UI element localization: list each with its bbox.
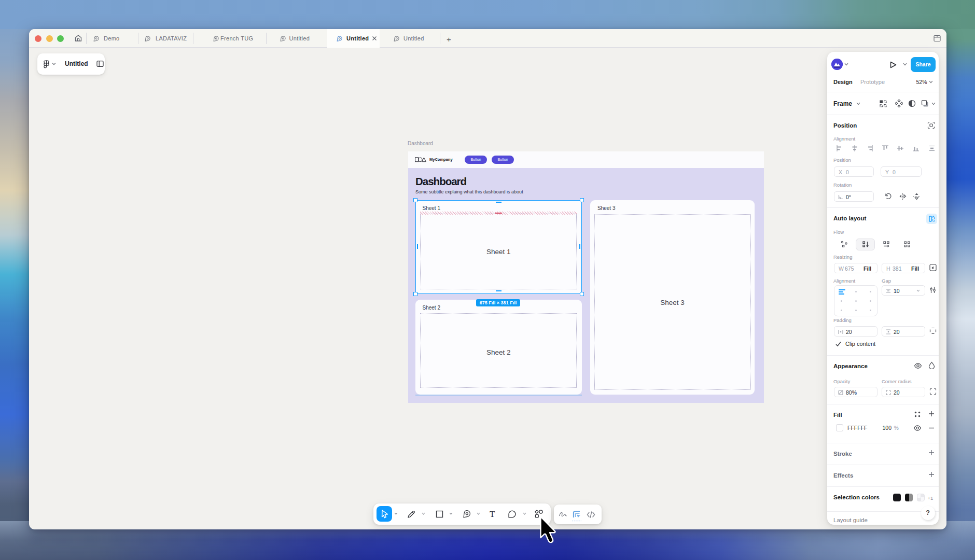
fill-color-swatch[interactable]	[836, 424, 843, 431]
padding-handle-right[interactable]	[579, 244, 580, 249]
x-position-input[interactable]: X 0	[834, 166, 874, 177]
remove-fill-icon[interactable]	[928, 427, 935, 429]
play-icon[interactable]	[889, 61, 897, 69]
align-dot[interactable]	[870, 310, 871, 311]
add-stroke-icon[interactable]	[928, 450, 935, 456]
eye-icon[interactable]	[913, 425, 922, 431]
dev-grid-icon[interactable]	[572, 510, 581, 519]
fill-hex-value[interactable]: FFFFFF	[847, 425, 867, 431]
chevron-down-icon[interactable]	[477, 512, 480, 515]
chevron-down-icon[interactable]	[422, 512, 425, 515]
align-dot[interactable]	[841, 300, 842, 302]
avatar[interactable]	[831, 59, 843, 70]
rectangle-tool-icon[interactable]	[436, 510, 443, 518]
rotation-input[interactable]: 0°	[834, 191, 874, 202]
input-value[interactable]: 381	[893, 265, 902, 272]
padding-handle-left[interactable]	[417, 244, 418, 249]
align-dot[interactable]	[855, 310, 857, 311]
move-tool-button-active[interactable]	[377, 506, 392, 522]
focus-target-icon[interactable]	[927, 121, 935, 129]
add-fill-icon[interactable]	[928, 411, 935, 417]
input-value[interactable]: Fill	[863, 265, 871, 272]
flow-vertical-icon[interactable]	[862, 241, 869, 248]
flow-freeform-icon[interactable]	[841, 241, 848, 248]
chevron-down-icon[interactable]	[931, 102, 936, 105]
chevron-down-icon[interactable]	[903, 63, 907, 66]
blend-droplet-icon[interactable]	[928, 361, 935, 369]
chevron-down-icon[interactable]	[856, 102, 860, 105]
styles-grid-icon[interactable]	[914, 411, 921, 418]
chevron-down-icon[interactable]	[844, 63, 848, 66]
chevron-down-icon[interactable]	[916, 289, 920, 292]
sidebar-toggle-icon[interactable]	[96, 60, 104, 67]
individual-corners-icon[interactable]	[929, 388, 937, 395]
checkmark-icon[interactable]	[835, 341, 842, 347]
code-icon[interactable]	[587, 511, 595, 518]
vertical-padding-input[interactable]: 20	[882, 326, 925, 337]
rotate-icon[interactable]	[884, 192, 892, 200]
gap-input[interactable]: 10	[882, 285, 925, 296]
padding-handle-bottom[interactable]	[496, 290, 502, 291]
individual-padding-icon[interactable]	[929, 327, 937, 334]
input-value[interactable]: 20	[846, 329, 852, 335]
frame-name-label[interactable]: Dashboard	[408, 141, 433, 146]
input-value[interactable]: 80%	[846, 389, 857, 396]
align-vertical-center-icon[interactable]	[897, 145, 904, 152]
file-menu-chip[interactable]: Untitled	[37, 53, 105, 75]
align-dot[interactable]	[870, 291, 871, 292]
fill-opacity-value[interactable]: 100	[883, 425, 892, 431]
help-button[interactable]: ?	[921, 506, 935, 520]
input-value[interactable]: 0	[893, 169, 896, 175]
align-dot[interactable]	[870, 300, 871, 302]
input-value[interactable]: 10	[894, 288, 900, 294]
figma-logo-icon[interactable]	[44, 60, 49, 68]
chevron-down-icon[interactable]	[929, 80, 933, 83]
resize-icon[interactable]	[929, 264, 937, 271]
flow-grid-icon[interactable]	[903, 241, 911, 248]
align-dot[interactable]	[841, 310, 842, 311]
header-button-2[interactable]: Button	[492, 156, 514, 164]
input-value[interactable]: 0	[846, 169, 849, 175]
selection-color-swatch-light[interactable]	[917, 494, 925, 501]
header-button-1[interactable]: Button	[465, 156, 487, 164]
tab-design[interactable]: Design	[833, 79, 853, 85]
sliders-icon[interactable]	[929, 286, 936, 293]
align-top-icon[interactable]	[882, 145, 889, 152]
align-dot[interactable]	[855, 300, 857, 302]
input-value[interactable]: 20	[894, 329, 900, 335]
input-value[interactable]: Fill	[911, 265, 919, 272]
eye-icon[interactable]	[914, 362, 922, 369]
align-horizontal-center-icon[interactable]	[851, 145, 858, 152]
frame-type-label[interactable]: Frame	[833, 100, 852, 107]
chevron-down-icon[interactable]	[523, 512, 526, 515]
horizontal-padding-input[interactable]: 20	[834, 326, 877, 337]
pen-tool-icon[interactable]	[462, 509, 471, 519]
add-effect-icon[interactable]	[928, 471, 935, 478]
zoom-level[interactable]: 52%	[916, 79, 927, 85]
flow-horizontal-icon[interactable]	[883, 241, 890, 248]
input-value[interactable]: 0°	[846, 194, 851, 200]
sheet-3-card[interactable]: Sheet 3 Sheet 3	[590, 200, 755, 395]
corner-radius-input[interactable]: 20	[882, 387, 925, 397]
tab-prototype[interactable]: Prototype	[860, 79, 885, 85]
distribute-icon[interactable]	[928, 145, 936, 152]
flip-vertical-icon[interactable]	[913, 192, 921, 200]
selection-color-swatch-black[interactable]	[893, 494, 901, 501]
flip-horizontal-icon[interactable]	[899, 192, 907, 200]
selection-colors-more[interactable]: +1	[928, 495, 934, 501]
share-button[interactable]: Share	[911, 57, 936, 72]
chevron-down-icon[interactable]	[394, 512, 398, 515]
design-canvas[interactable]: Dashboard MyCompany Button Button Dashbo…	[29, 29, 946, 529]
auto-layout-active-icon[interactable]	[926, 214, 937, 224]
y-position-input[interactable]: Y 0	[881, 166, 922, 177]
library-grid-icon[interactable]	[880, 100, 887, 107]
selection-color-swatch-image[interactable]	[905, 494, 913, 501]
alignment-widget[interactable]	[834, 285, 877, 316]
width-input[interactable]: W 675 Fill	[834, 263, 877, 273]
comment-tool-icon[interactable]	[508, 510, 517, 519]
padding-handle-top[interactable]	[496, 202, 502, 203]
pencil-tool-icon[interactable]	[407, 510, 416, 519]
sheet-2-card[interactable]: Sheet 2 Sheet 2	[415, 300, 582, 395]
file-title[interactable]: Untitled	[65, 60, 88, 67]
align-dot[interactable]	[855, 291, 857, 292]
